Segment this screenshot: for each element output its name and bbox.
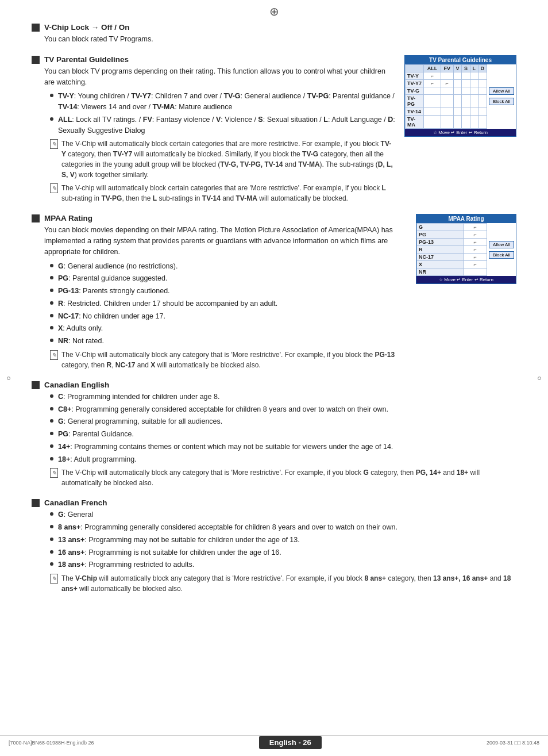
mpaa-item-x-text: X: Adults only. (58, 323, 103, 334)
mpaa-item-nr-text: NR: Not rated. (58, 336, 104, 347)
section-title-mpaa: MPAA Rating (44, 214, 92, 222)
page-container: ⊕ V-Chip Lock → Off / On You can block r… (0, 0, 548, 756)
section-bullet-mpaa (32, 214, 40, 222)
col-d: D (478, 64, 487, 72)
table-row: TV-Y ⌐ (406, 72, 487, 79)
section-bullet-canadian-english (32, 381, 40, 389)
tv-parental-box-title: TV Parental Guidelines (405, 56, 516, 64)
mpaa-note1-text: The V-Chip will automatically block any … (61, 350, 407, 370)
tvg-fv (441, 87, 453, 94)
canadian-french-13ans-text: 13 ans+: Programming may not be suitable… (58, 535, 300, 546)
tv-parental-table: ALL FV V S L D TV-Y ⌐ (405, 64, 487, 129)
tvpg-fv (441, 94, 453, 108)
canadian-english-item-pg: PG: Parental Guidance. (44, 429, 516, 440)
mpaa-box-title: MPAA Rating (416, 214, 516, 223)
note-icon: ✎ (50, 350, 58, 360)
col-fv: FV (441, 64, 453, 72)
mpaa-block-all-button[interactable]: Block All (489, 251, 514, 259)
block-all-button[interactable]: Block All (489, 98, 514, 105)
canadian-english-item-14: 14+: Programming contains themes or cont… (44, 442, 516, 452)
section-canadian-french: Canadian French G: General 8 ans+: Progr… (32, 498, 516, 594)
tvy-d (478, 72, 487, 79)
tvpg-l (470, 94, 478, 108)
page-footer: [7000-NA]BN68-01988H-Eng.indb 26 English… (0, 735, 548, 749)
mpaa-item-pg13: PG-13: Parents strongly cautioned. (44, 286, 407, 297)
canadian-french-g-text: G: General (58, 509, 93, 520)
tvma-s (462, 115, 470, 128)
tv-parental-box-content: ALL FV V S L D TV-Y ⌐ (405, 64, 516, 129)
left-binding-mark (7, 377, 10, 380)
tvy7-fv: ⌐ (441, 79, 453, 87)
table-row: NR (417, 268, 487, 276)
col-l: L (470, 64, 478, 72)
mpaa-allow-all-button[interactable]: Allow All (489, 241, 514, 248)
note-icon: ✎ (50, 468, 58, 478)
note-icon: ✎ (50, 574, 58, 584)
sub-bullet (50, 550, 53, 554)
canadian-english-item-c: C: Programming intended for children und… (44, 392, 516, 402)
section-body-canadian-english: C: Programming intended for children und… (32, 392, 516, 489)
sub-bullet (50, 289, 53, 292)
tvpg-v (453, 94, 462, 108)
canadian-french-18ans-text: 18 ans+: Programming restricted to adult… (58, 559, 194, 570)
tv14-l (470, 108, 478, 115)
mpaa-item-nc17: NC-17: No children under age 17. (44, 311, 407, 322)
note-icon: ✎ (50, 139, 58, 149)
canadian-english-18-text: 18+: Adult programming. (58, 454, 137, 465)
tvg-l (470, 87, 478, 94)
tv-parental-note1: ✎ The V-Chip will automatically block ce… (44, 139, 396, 180)
mpaa-check-pg13: ⌐ (464, 239, 487, 246)
sub-bullet (50, 432, 53, 435)
table-row: TV-MA (406, 115, 487, 128)
mpaa-item-g-text: G: General audience (no restrictions). (58, 261, 177, 272)
mpaa-item-pg13-text: PG-13: Parents strongly cautioned. (58, 286, 170, 297)
tvg-d (478, 87, 487, 94)
tv-parental-note2-text: The V-chip will automatically block cert… (61, 183, 396, 204)
canadian-french-16ans-text: 16 ans+: Programming is not suitable for… (58, 547, 281, 558)
mpaa-table: G ⌐ PG ⌐ PG-13 ⌐ R ⌐ (416, 223, 487, 276)
section-title-canadian-english: Canadian English (44, 381, 109, 389)
mpaa-check-nc17: ⌐ (464, 254, 487, 261)
tvma-all (424, 115, 441, 128)
canadian-french-8ans-text: 8 ans+: Programming generally considered… (58, 522, 398, 533)
note-icon: ✎ (50, 183, 58, 193)
section-body-canadian-french: G: General 8 ans+: Programming generally… (32, 509, 516, 594)
section-header-canadian-french: Canadian French (32, 498, 516, 507)
mpaa-item-g: G: General audience (no restrictions). (44, 261, 407, 272)
col-label-empty (406, 64, 424, 72)
tvy7-l (470, 79, 478, 87)
sub-bullet (50, 301, 53, 305)
tv14-fv (441, 108, 453, 115)
tvg-all (424, 87, 441, 94)
sub-bullet (50, 512, 53, 516)
mpaa-check-r: ⌐ (464, 246, 487, 254)
footer-left-text: [7000-NA]BN68-01988H-Eng.indb 26 (9, 740, 94, 746)
vchip-body-text: You can block rated TV Programs. (44, 35, 153, 43)
tvg-v (453, 87, 462, 94)
tvma-fv (441, 115, 453, 128)
tvy-l (470, 72, 478, 79)
mpaa-item-nc17-text: NC-17: No children under age 17. (58, 311, 165, 322)
sub-bullet (50, 444, 53, 448)
sub-bullet (50, 314, 53, 317)
table-row: X ⌐ (417, 261, 487, 268)
canadian-english-item-c8: C8+: Programming generally considered ac… (44, 404, 516, 415)
tv-parental-note2: ✎ The V-chip will automatically block ce… (44, 183, 396, 204)
tv-parental-item-all: ALL: Lock all TV ratings. / FV: Fantasy … (44, 114, 396, 136)
sub-bullet (50, 264, 53, 267)
table-row: PG ⌐ (417, 231, 487, 239)
tvy7-v (453, 79, 462, 87)
section-bullet-vchip (32, 24, 40, 32)
canadian-french-item-16ans: 16 ans+: Programming is not suitable for… (44, 547, 516, 558)
mpaa-row-nc17: NC-17 (417, 254, 464, 261)
tvpg-all (424, 94, 441, 108)
top-binding-icon: ⊕ (269, 5, 279, 18)
tvg-s (462, 87, 470, 94)
tv14-d (478, 108, 487, 115)
allow-all-button[interactable]: Allow All (489, 87, 514, 95)
mpaa-item-pg: PG: Parental guidance suggested. (44, 273, 407, 284)
section-mpaa: MPAA Rating You can block movies dependi… (32, 214, 516, 370)
mpaa-row-nr: NR (417, 268, 464, 276)
row-tvg-label: TV-G (406, 87, 424, 94)
canadian-english-14-text: 14+: Programming contains themes or cont… (58, 442, 393, 452)
